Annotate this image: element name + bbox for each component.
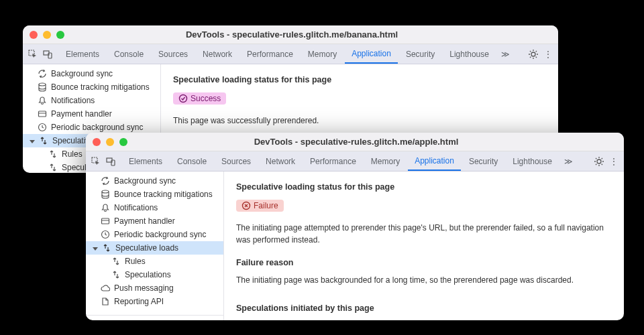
page-heading: Speculative loading status for this page bbox=[173, 75, 546, 84]
sidebar-item-bounce-tracking[interactable]: Bounce tracking mitigations bbox=[86, 188, 223, 201]
tab-security[interactable]: Security bbox=[399, 46, 441, 63]
panel-tabs: Elements Console Sources Network Perform… bbox=[122, 152, 590, 171]
sidebar: Background sync Bounce tracking mitigati… bbox=[86, 172, 224, 320]
sidebar-item-label: Notifications bbox=[114, 203, 158, 212]
sidebar-item-speculations[interactable]: Speculations bbox=[86, 268, 223, 281]
sidebar-item-label: Payment handler bbox=[114, 216, 175, 226]
titlebar: DevTools - speculative-rules.glitch.me/b… bbox=[23, 25, 558, 44]
window-title: DevTools - speculative-rules.glitch.me/b… bbox=[64, 29, 519, 40]
zoom-icon[interactable] bbox=[56, 31, 64, 39]
tab-sources[interactable]: Sources bbox=[215, 153, 258, 170]
clock-icon bbox=[38, 123, 47, 132]
failure-reason-heading: Failure reason bbox=[236, 258, 612, 267]
tab-sources[interactable]: Sources bbox=[152, 46, 195, 63]
document-icon bbox=[101, 297, 110, 306]
sidebar-item-label: Bounce tracking mitigations bbox=[114, 190, 213, 199]
sidebar-item-label: Periodic background sync bbox=[114, 230, 206, 239]
sidebar-item-label: Push messaging bbox=[114, 283, 174, 293]
sidebar-item-label: Background sync bbox=[51, 69, 113, 78]
inspect-icon[interactable] bbox=[27, 48, 39, 60]
sidebar-item-periodic-sync[interactable]: Periodic background sync bbox=[23, 121, 160, 134]
tab-console[interactable]: Console bbox=[170, 153, 213, 170]
tabs-overflow-icon[interactable]: ≫ bbox=[497, 50, 514, 59]
toolbar: Elements Console Sources Network Perform… bbox=[23, 44, 558, 64]
sidebar-item-periodic-sync[interactable]: Periodic background sync bbox=[86, 228, 223, 241]
status-badge-text: Failure bbox=[254, 201, 278, 210]
sidebar-item-label: Reporting API bbox=[114, 297, 164, 306]
sync-icon bbox=[38, 69, 47, 78]
tab-lighthouse[interactable]: Lighthouse bbox=[506, 153, 559, 170]
database-icon bbox=[101, 190, 110, 199]
tabs-overflow-icon[interactable]: ≫ bbox=[560, 157, 577, 166]
device-toggle-icon[interactable] bbox=[105, 155, 117, 168]
status-badge-text: Success bbox=[191, 94, 221, 103]
tab-memory[interactable]: Memory bbox=[364, 153, 407, 170]
tab-network[interactable]: Network bbox=[196, 46, 239, 63]
database-icon bbox=[38, 82, 47, 92]
sidebar-item-payment-handler[interactable]: Payment handler bbox=[23, 107, 160, 121]
close-icon[interactable] bbox=[30, 31, 38, 39]
gear-icon[interactable] bbox=[593, 155, 605, 168]
zoom-icon[interactable] bbox=[119, 138, 127, 146]
card-icon bbox=[38, 109, 47, 119]
tab-network[interactable]: Network bbox=[259, 153, 302, 170]
sidebar-item-label: Bounce tracking mitigations bbox=[51, 82, 150, 92]
updown-icon bbox=[48, 163, 58, 172]
tab-lighthouse[interactable]: Lighthouse bbox=[443, 46, 496, 63]
sidebar-item-rules[interactable]: Rules bbox=[86, 255, 223, 268]
inspect-icon[interactable] bbox=[90, 155, 102, 168]
tab-performance[interactable]: Performance bbox=[303, 153, 363, 170]
chevron-down-icon bbox=[93, 243, 98, 253]
minimize-icon[interactable] bbox=[43, 31, 51, 39]
updown-icon bbox=[102, 243, 111, 253]
kebab-icon[interactable]: ⋮ bbox=[608, 155, 620, 168]
sidebar-item-label: Payment handler bbox=[51, 109, 112, 119]
tab-security[interactable]: Security bbox=[462, 153, 504, 170]
sidebar-item-bounce-tracking[interactable]: Bounce tracking mitigations bbox=[23, 80, 160, 94]
tab-console[interactable]: Console bbox=[107, 46, 150, 63]
status-badge: Success bbox=[173, 92, 226, 105]
titlebar: DevTools - speculative-rules.glitch.me/a… bbox=[86, 133, 624, 151]
tab-application[interactable]: Application bbox=[345, 45, 398, 64]
device-toggle-icon[interactable] bbox=[42, 48, 54, 60]
sync-icon bbox=[101, 176, 110, 186]
page-heading: Speculative loading status for this page bbox=[236, 182, 612, 192]
sidebar-item-background-sync[interactable]: Background sync bbox=[23, 67, 160, 80]
tab-memory[interactable]: Memory bbox=[301, 46, 343, 63]
chevron-down-icon bbox=[30, 136, 35, 145]
gear-icon[interactable] bbox=[527, 48, 539, 60]
sidebar-item-reporting-api[interactable]: Reporting API bbox=[86, 295, 223, 308]
close-icon[interactable] bbox=[93, 138, 101, 146]
card-icon bbox=[101, 216, 110, 226]
sidebar-item-notifications[interactable]: Notifications bbox=[23, 94, 160, 107]
updown-icon bbox=[111, 270, 121, 279]
tab-performance[interactable]: Performance bbox=[240, 46, 300, 63]
tab-elements[interactable]: Elements bbox=[122, 153, 169, 170]
sidebar-item-label: Notifications bbox=[51, 96, 95, 105]
clock-icon bbox=[101, 230, 110, 239]
sidebar-item-label: Rules bbox=[62, 149, 83, 159]
failure-reason-text: The initiating page was backgrounded for… bbox=[236, 275, 612, 285]
sidebar-section-frames[interactable]: Frames bbox=[86, 315, 223, 320]
sidebar-item-notifications[interactable]: Notifications bbox=[86, 201, 223, 214]
bell-icon bbox=[38, 96, 47, 105]
sidebar-item-push-messaging[interactable]: Push messaging bbox=[86, 281, 223, 295]
panel-tabs: Elements Console Sources Network Perform… bbox=[59, 45, 525, 64]
speculations-heading: Speculations initiated by this page bbox=[236, 304, 612, 313]
updown-icon bbox=[39, 136, 48, 145]
sidebar-item-label: Periodic background sync bbox=[51, 123, 143, 132]
sidebar-item-payment-handler[interactable]: Payment handler bbox=[86, 214, 223, 228]
status-description: The initiating page attempted to prerend… bbox=[236, 222, 612, 246]
main-panel: Speculative loading status for this page… bbox=[224, 172, 624, 320]
status-badge: Failure bbox=[236, 200, 284, 212]
tab-elements[interactable]: Elements bbox=[59, 46, 106, 63]
updown-icon bbox=[111, 257, 121, 266]
sidebar-item-label: Background sync bbox=[114, 176, 176, 186]
sidebar-item-label: Rules bbox=[125, 257, 146, 266]
sidebar-item-speculative-loads[interactable]: Speculative loads bbox=[86, 241, 223, 255]
kebab-icon[interactable]: ⋮ bbox=[542, 48, 554, 60]
updown-icon bbox=[48, 149, 58, 159]
minimize-icon[interactable] bbox=[106, 138, 114, 146]
tab-application[interactable]: Application bbox=[408, 152, 461, 171]
sidebar-item-background-sync[interactable]: Background sync bbox=[86, 174, 223, 188]
